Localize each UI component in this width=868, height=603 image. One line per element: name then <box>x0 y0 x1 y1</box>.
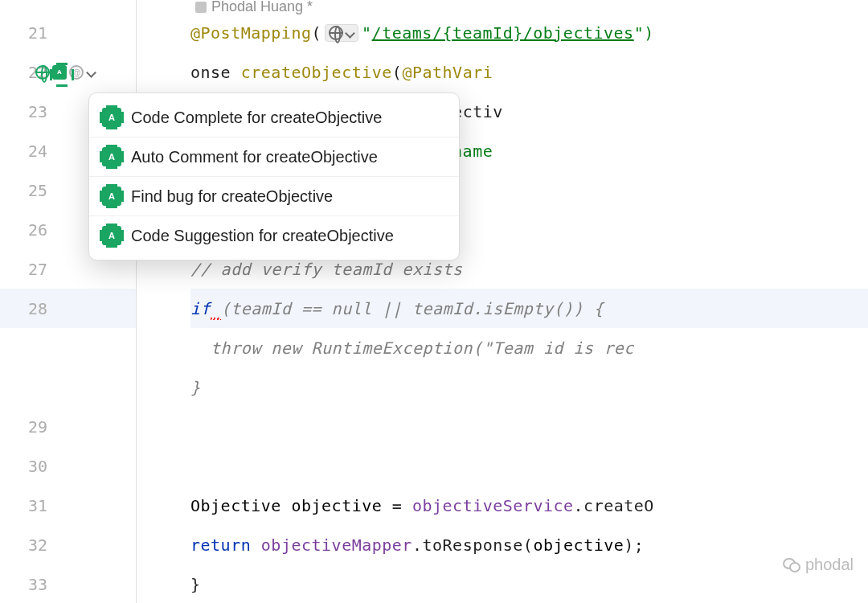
code-area[interactable]: Phodal Huang * @PostMapping("/teams/{tea… <box>190 0 868 603</box>
code-editor: 21 22 A @ 23 24 25 26 27 28 29 30 31 32 … <box>0 0 868 603</box>
gutter-line: 32 <box>0 525 136 564</box>
gutter-line: 30 <box>0 446 136 486</box>
gutter-line: 28 <box>0 289 136 328</box>
code-line[interactable]: @PostMapping("/teams/{teamId}/objectives… <box>190 13 868 52</box>
globe-badge[interactable] <box>325 24 358 42</box>
gutter-line: 33 <box>0 564 136 603</box>
gutter: 21 22 A @ 23 24 25 26 27 28 29 30 31 32 … <box>0 0 137 603</box>
ai-chip-icon: A <box>102 187 121 206</box>
web-icon[interactable] <box>35 65 50 80</box>
line-number: 23 <box>28 102 47 121</box>
gutter-line: 29 <box>0 407 136 446</box>
line-number: 33 <box>28 575 47 594</box>
line-number: 21 <box>28 23 47 43</box>
author-name: Phodal Huang * <box>211 0 313 15</box>
line-number: 29 <box>28 417 47 437</box>
gutter-line: 21 <box>0 13 136 52</box>
gutter-widgets: A @ <box>35 52 96 92</box>
line-number: 32 <box>28 535 47 555</box>
line-number: 26 <box>28 220 47 240</box>
code-line[interactable]: } <box>190 564 868 603</box>
line-number: 31 <box>28 496 47 515</box>
error-squiggle <box>211 299 221 318</box>
ai-chip-icon: A <box>102 147 121 166</box>
ai-chip-icon[interactable]: A <box>52 65 67 80</box>
code-line[interactable]: onse createObjective(@PathVari <box>190 52 868 92</box>
globe-icon <box>329 26 343 40</box>
ai-chip-icon: A <box>102 108 121 127</box>
code-line[interactable] <box>190 407 868 446</box>
code-line[interactable] <box>190 446 868 486</box>
chevron-down-icon[interactable] <box>86 68 96 77</box>
gutter-line: 31 <box>0 486 136 525</box>
gutter-line: 22 A @ <box>0 52 136 92</box>
code-line[interactable]: } <box>190 367 868 407</box>
code-line[interactable]: if (teamId == null || teamId.isEmpty()) … <box>190 289 868 328</box>
gutter-line <box>0 367 136 407</box>
code-line[interactable]: Objective objective = objectiveService.c… <box>190 486 868 525</box>
code-line[interactable]: throw new RuntimeException("Team id is r… <box>190 328 868 367</box>
ai-actions-popup: A Code Complete for createObjective A Au… <box>88 92 460 260</box>
line-number: 30 <box>28 457 47 476</box>
watermark: phodal <box>783 556 854 574</box>
chevron-down-icon <box>345 28 354 38</box>
line-number: 24 <box>28 142 47 161</box>
line-number: 25 <box>28 181 47 200</box>
gutter-line <box>0 328 136 367</box>
popup-item-find-bug[interactable]: A Find bug for createObjective <box>89 177 459 216</box>
wechat-icon <box>783 558 800 572</box>
popup-item-label: Auto Comment for createObjective <box>131 148 378 166</box>
line-number: 27 <box>28 260 47 279</box>
author-annotation: Phodal Huang * <box>195 0 313 15</box>
popup-item-label: Code Suggestion for createObjective <box>131 227 394 245</box>
line-number: 28 <box>28 299 47 318</box>
avatar-icon <box>195 2 207 13</box>
popup-item-label: Find bug for createObjective <box>131 187 333 206</box>
popup-item-code-complete[interactable]: A Code Complete for createObjective <box>89 98 459 137</box>
popup-item-label: Code Complete for createObjective <box>131 109 382 127</box>
ai-chip-icon: A <box>102 226 121 245</box>
code-line[interactable]: return objectiveMapper.toResponse(object… <box>190 525 868 564</box>
popup-item-code-suggestion[interactable]: A Code Suggestion for createObjective <box>89 216 459 255</box>
watermark-text: phodal <box>805 556 854 574</box>
at-icon[interactable]: @ <box>69 65 84 80</box>
popup-item-auto-comment[interactable]: A Auto Comment for createObjective <box>89 137 459 177</box>
